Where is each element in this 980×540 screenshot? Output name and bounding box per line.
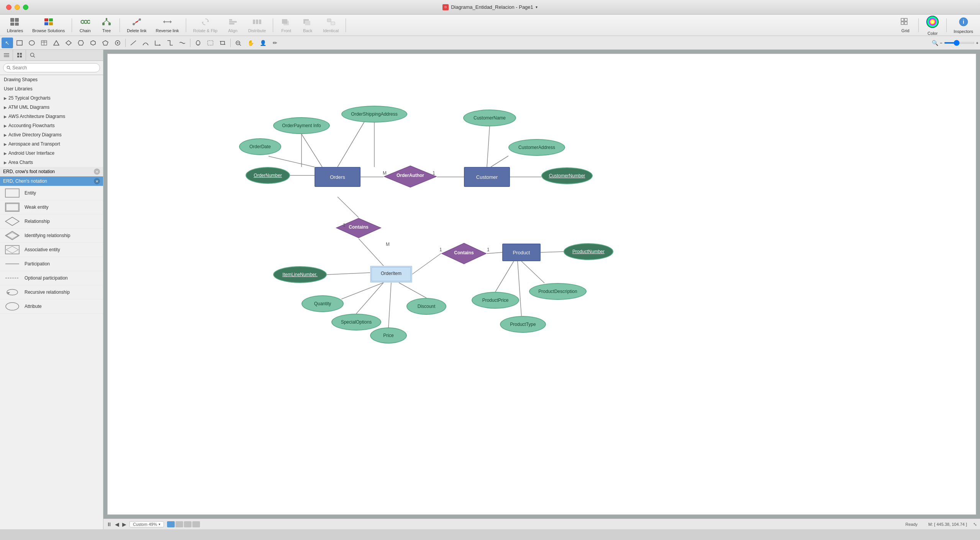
attr-productprice[interactable]: ProductPrice <box>472 292 519 309</box>
zoom-minus[interactable]: − <box>940 41 942 45</box>
rel-orderauthor[interactable]: OrderAuthor <box>383 165 437 188</box>
diagram-canvas[interactable]: OrderShippingAddress OrderPayment Info O… <box>107 54 976 515</box>
identical-button[interactable]: Identical <box>319 16 343 35</box>
zoom-plus[interactable]: + <box>976 41 978 45</box>
line-tool[interactable] <box>128 38 139 48</box>
page-btn-4[interactable] <box>192 521 200 527</box>
zoom-out-tool[interactable] <box>233 38 244 48</box>
dropdown-chevron[interactable]: ▾ <box>536 5 538 9</box>
rect-tool[interactable] <box>14 38 25 48</box>
entity-orders[interactable]: Orders <box>315 167 361 187</box>
minimize-button[interactable] <box>15 5 20 10</box>
attr-quantity[interactable]: Quantity <box>302 295 344 312</box>
sidebar-item-aerospace[interactable]: ▶ Aerospace and Transport <box>0 139 103 149</box>
sidebar-item-accounting[interactable]: ▶ Accounting Flowcharts <box>0 121 103 130</box>
attr-price[interactable]: Price <box>370 327 407 344</box>
sidebar-list-tab[interactable] <box>0 50 13 61</box>
attr-customername[interactable]: CustomerName <box>463 110 516 126</box>
erd-crows-foot-header[interactable]: ERD, crow's foot notation ✕ <box>0 167 103 177</box>
maximize-button[interactable] <box>23 5 28 10</box>
delete-link-button[interactable]: Delete link <box>123 16 150 35</box>
erd-crows-foot-close[interactable]: ✕ <box>94 169 100 175</box>
erd-associative-entity-shape[interactable]: Associative entity <box>0 243 103 257</box>
libraries-button[interactable]: Libraries <box>3 16 27 35</box>
attr-specialoptions[interactable]: SpecialOptions <box>331 314 381 331</box>
sidebar-item-user-libraries[interactable]: User Libraries <box>0 84 103 93</box>
entity-orderitem[interactable]: OrderItem <box>370 266 412 283</box>
table-tool[interactable] <box>38 38 50 48</box>
color-button[interactable]: Color <box>922 16 943 35</box>
sidebar-item-drawing-shapes[interactable]: Drawing Shapes <box>0 75 103 84</box>
tree-button[interactable]: Tree <box>97 16 116 35</box>
rotate-flip-button[interactable]: Rotate & Flip <box>189 16 221 35</box>
zoom-out-icon[interactable]: 🔍 <box>932 40 938 46</box>
distribute-button[interactable]: Distribute <box>244 16 270 35</box>
search-input[interactable] <box>12 65 97 70</box>
free-tool[interactable] <box>205 38 216 48</box>
erd-chens-close[interactable]: ✕ <box>94 178 100 184</box>
erd-optional-participation-shape[interactable]: Optional participation <box>0 271 103 285</box>
attr-customernumber[interactable]: CustomerNumber <box>541 167 593 184</box>
attr-orderdate[interactable]: OrderDate <box>239 138 281 155</box>
spline-tool[interactable] <box>177 38 188 48</box>
page-btn-3[interactable] <box>184 521 192 527</box>
attr-ordershippingaddress[interactable]: OrderShippingAddress <box>341 106 407 123</box>
page-btn-2[interactable] <box>175 521 183 527</box>
sidebar-item-atm-uml[interactable]: ▶ ATM UML Diagrams <box>0 103 103 112</box>
attr-ordernumber[interactable]: OrderNumber <box>246 167 290 184</box>
erd-identifying-relationship-shape[interactable]: Identifying relationship <box>0 229 103 243</box>
shape4-tool[interactable] <box>87 38 99 48</box>
sidebar-item-android-ui[interactable]: ▶ Android User Interface <box>0 149 103 158</box>
entity-product[interactable]: Product <box>502 244 541 261</box>
prev-page-button[interactable]: ◀ <box>115 521 119 527</box>
attr-productnumber[interactable]: ProductNumber <box>564 243 613 260</box>
attr-productdescription[interactable]: ProductDescription <box>529 283 587 300</box>
erd-entity-shape[interactable]: Entity <box>0 186 103 200</box>
attr-discount[interactable]: Discount <box>406 298 446 315</box>
sidebar-item-area-charts[interactable]: ▶ Area Charts <box>0 158 103 167</box>
shape3-tool[interactable] <box>75 38 87 48</box>
erd-chens-header[interactable]: ERD, Chen's notation ✕ <box>0 177 103 186</box>
sidebar-item-orgcharts[interactable]: ▶ 25 Typical Orgcharts <box>0 93 103 103</box>
front-button[interactable]: Front <box>276 16 296 35</box>
close-button[interactable] <box>6 5 11 10</box>
erd-participation-shape[interactable]: Participation <box>0 257 103 271</box>
attr-producttype[interactable]: ProductType <box>500 316 546 333</box>
zoom-display[interactable]: Custom 49% ▾ <box>129 521 164 527</box>
select-tool[interactable]: ↖ <box>2 38 13 48</box>
attr-customeraddress[interactable]: CustomerAddress <box>508 139 565 156</box>
browse-solutions-button[interactable]: Browse Solutions <box>28 16 69 35</box>
erd-weak-entity-shape[interactable]: Weak entity <box>0 200 103 214</box>
bend-tool[interactable] <box>152 38 164 48</box>
shape1-tool[interactable] <box>51 38 62 48</box>
attr-itemlinenumber[interactable]: ItemLineNumber. <box>273 266 327 283</box>
ellipse-tool[interactable] <box>26 38 38 48</box>
lasso-tool[interactable] <box>192 38 204 48</box>
next-page-button[interactable]: ▶ <box>122 521 126 527</box>
pen-tool[interactable]: ✏ <box>269 38 281 48</box>
reverse-link-button[interactable]: Reverse link <box>152 16 183 35</box>
resize-handle[interactable]: ⤡ <box>973 522 977 527</box>
erd-relationship-shape[interactable]: Relationship <box>0 214 103 229</box>
align-button[interactable]: Align <box>223 16 243 35</box>
inspectors-button[interactable]: i Inspectors <box>950 16 977 35</box>
page-btn-1[interactable] <box>167 521 175 527</box>
sidebar-search-tab[interactable] <box>26 50 39 61</box>
rel-contains1[interactable]: Contains <box>336 218 382 239</box>
sidebar-item-active-directory[interactable]: ▶ Active Directory Diagrams <box>0 130 103 139</box>
shape5-tool[interactable] <box>100 38 111 48</box>
zoom-slider[interactable] <box>944 42 975 44</box>
user-tool[interactable]: 👤 <box>257 38 269 48</box>
rel-contains2[interactable]: Contains <box>441 242 487 265</box>
shape2-tool[interactable] <box>63 38 74 48</box>
shape6-tool[interactable] <box>112 38 123 48</box>
sidebar-grid-tab[interactable] <box>13 50 26 61</box>
arc-tool[interactable] <box>140 38 151 48</box>
search-box[interactable] <box>3 63 100 72</box>
orthogonal-tool[interactable] <box>164 38 176 48</box>
erd-attribute-shape[interactable]: Attribute <box>0 299 103 314</box>
entity-customer[interactable]: Customer <box>464 167 510 187</box>
sidebar-item-aws[interactable]: ▶ AWS Architecture Diagrams <box>0 112 103 121</box>
attr-orderpaymentinfo[interactable]: OrderPayment Info <box>273 117 330 134</box>
crop-tool[interactable] <box>217 38 228 48</box>
